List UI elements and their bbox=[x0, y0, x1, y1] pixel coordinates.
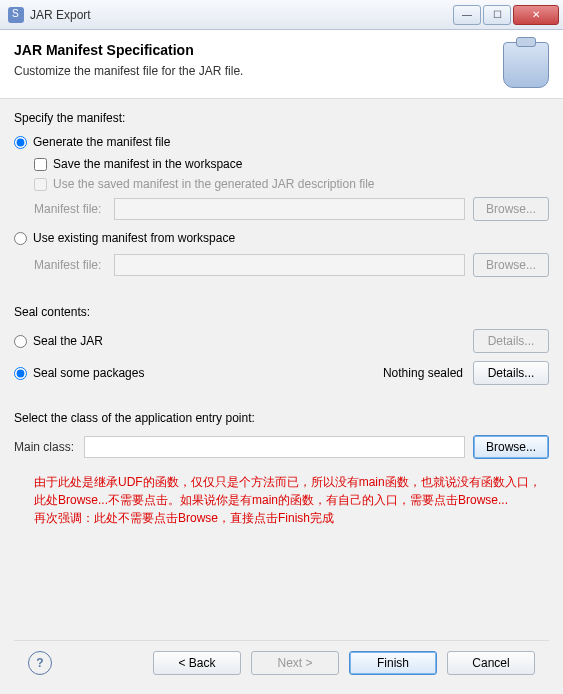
use-saved-row: Use the saved manifest in the generated … bbox=[34, 177, 549, 191]
content-area: Specify the manifest: Generate the manif… bbox=[0, 99, 563, 694]
help-button[interactable]: ? bbox=[28, 651, 52, 675]
use-saved-checkbox bbox=[34, 178, 47, 191]
close-button[interactable]: ✕ bbox=[513, 5, 559, 25]
annotation-text: 由于此处是继承UDF的函数，仅仅只是个方法而已，所以没有main函数，也就说没有… bbox=[14, 469, 549, 640]
finish-button[interactable]: Finish bbox=[349, 651, 437, 675]
seal-contents-label: Seal contents: bbox=[14, 305, 549, 319]
main-class-label: Main class: bbox=[14, 440, 84, 454]
browse-button-2: Browse... bbox=[473, 253, 549, 277]
minimize-button[interactable]: — bbox=[453, 5, 481, 25]
seal-some-label: Seal some packages bbox=[33, 366, 144, 380]
manifest-file-input-1 bbox=[114, 198, 465, 220]
titlebar: JAR Export — ☐ ✕ bbox=[0, 0, 563, 30]
seal-some-radio[interactable] bbox=[14, 367, 27, 380]
manifest-file-row-1: Manifest file: Browse... bbox=[34, 197, 549, 221]
annotation-line-1: 由于此处是继承UDF的函数，仅仅只是个方法而已，所以没有main函数，也就说没有… bbox=[34, 473, 549, 509]
manifest-file-label-2: Manifest file: bbox=[34, 258, 114, 272]
generate-manifest-radio[interactable] bbox=[14, 136, 27, 149]
main-class-section-label: Select the class of the application entr… bbox=[14, 411, 549, 425]
save-workspace-row[interactable]: Save the manifest in the workspace bbox=[34, 157, 549, 171]
main-class-browse-button[interactable]: Browse... bbox=[473, 435, 549, 459]
seal-some-row[interactable]: Seal some packages Nothing sealed Detail… bbox=[14, 361, 549, 385]
seal-some-details-button[interactable]: Details... bbox=[473, 361, 549, 385]
manifest-file-row-2: Manifest file: Browse... bbox=[34, 253, 549, 277]
seal-jar-radio[interactable] bbox=[14, 335, 27, 348]
nothing-sealed-status: Nothing sealed bbox=[383, 366, 463, 380]
back-button[interactable]: < Back bbox=[153, 651, 241, 675]
seal-jar-label: Seal the JAR bbox=[33, 334, 103, 348]
generate-manifest-label: Generate the manifest file bbox=[33, 135, 170, 149]
maximize-button[interactable]: ☐ bbox=[483, 5, 511, 25]
main-class-row: Main class: Browse... bbox=[14, 435, 549, 459]
seal-jar-details-button: Details... bbox=[473, 329, 549, 353]
specify-manifest-label: Specify the manifest: bbox=[14, 111, 549, 125]
window-controls: — ☐ ✕ bbox=[453, 5, 559, 25]
save-workspace-checkbox[interactable] bbox=[34, 158, 47, 171]
cancel-button[interactable]: Cancel bbox=[447, 651, 535, 675]
use-existing-label: Use existing manifest from workspace bbox=[33, 231, 235, 245]
browse-button-1: Browse... bbox=[473, 197, 549, 221]
generate-manifest-row[interactable]: Generate the manifest file bbox=[14, 135, 549, 149]
main-class-input[interactable] bbox=[84, 436, 465, 458]
wizard-header: JAR Manifest Specification Customize the… bbox=[0, 30, 563, 99]
page-title: JAR Manifest Specification bbox=[14, 42, 493, 58]
window-title: JAR Export bbox=[30, 8, 453, 22]
wizard-footer: ? < Back Next > Finish Cancel bbox=[14, 640, 549, 685]
next-button: Next > bbox=[251, 651, 339, 675]
jar-icon bbox=[503, 42, 549, 88]
annotation-line-2: 再次强调：此处不需要点击Browse，直接点击Finish完成 bbox=[34, 509, 549, 527]
save-workspace-label: Save the manifest in the workspace bbox=[53, 157, 242, 171]
manifest-file-input-2 bbox=[114, 254, 465, 276]
seal-jar-row[interactable]: Seal the JAR Details... bbox=[14, 329, 549, 353]
app-icon bbox=[8, 7, 24, 23]
use-saved-label: Use the saved manifest in the generated … bbox=[53, 177, 375, 191]
use-existing-row[interactable]: Use existing manifest from workspace bbox=[14, 231, 549, 245]
manifest-file-label-1: Manifest file: bbox=[34, 202, 114, 216]
page-subtitle: Customize the manifest file for the JAR … bbox=[14, 64, 493, 78]
use-existing-radio[interactable] bbox=[14, 232, 27, 245]
